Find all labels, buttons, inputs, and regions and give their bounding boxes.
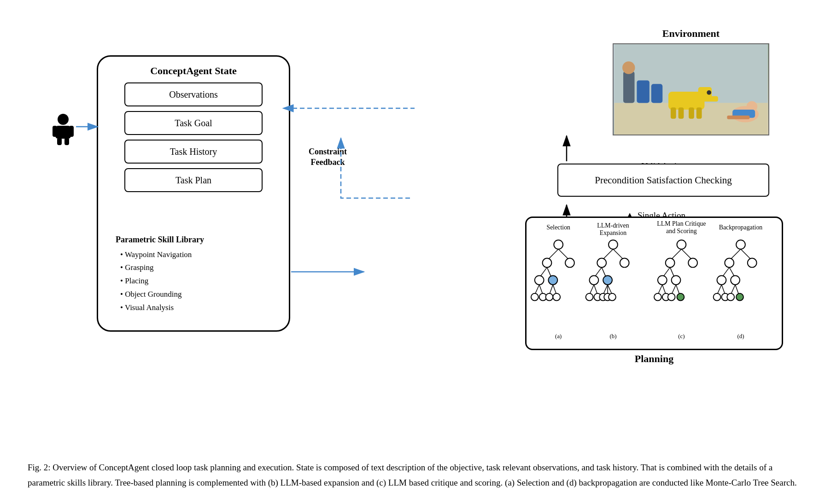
svg-point-91: [748, 258, 757, 268]
svg-point-52: [597, 258, 606, 268]
task-history-label: Task History: [170, 147, 217, 157]
svg-point-85: [677, 293, 684, 301]
svg-point-0: [58, 114, 69, 125]
svg-rect-19: [637, 80, 649, 103]
svg-text:(b): (b): [609, 333, 616, 340]
svg-point-38: [535, 275, 544, 285]
svg-rect-15: [689, 107, 694, 119]
concept-agent-title: ConceptAgent State: [98, 65, 289, 77]
task-goal-box: Task Goal: [124, 111, 263, 135]
caption: Fig. 2: Overview of ConceptAgent closed …: [28, 460, 803, 490]
svg-rect-23: [727, 116, 749, 119]
task-goal-label: Task Goal: [175, 118, 212, 129]
svg-rect-5: [64, 138, 69, 145]
svg-text:(c): (c): [678, 333, 685, 340]
skill-library-box: Parametric Skill Library • Waypoint Navi…: [107, 229, 278, 321]
main-container: ConceptAgent State Observations Task Goa…: [0, 0, 831, 504]
svg-point-47: [553, 293, 560, 301]
svg-point-22: [622, 61, 635, 74]
svg-point-102: [727, 293, 734, 301]
svg-rect-1: [55, 126, 71, 139]
svg-point-87: [736, 240, 745, 249]
svg-point-77: [672, 275, 681, 285]
svg-point-69: [677, 240, 686, 249]
svg-point-95: [731, 275, 740, 285]
constraint-feedback-label: ConstraintFeedback: [309, 147, 347, 168]
svg-text:(d): (d): [737, 333, 744, 340]
task-history-box: Task History: [124, 140, 263, 164]
caption-text: Fig. 2: Overview of ConceptAgent closed …: [28, 460, 803, 490]
precondition-box: Precondition Satisfaction Checking: [557, 164, 769, 197]
svg-rect-24: [702, 96, 718, 102]
svg-point-18: [707, 90, 711, 95]
svg-point-80: [654, 293, 661, 301]
diagram-area: ConceptAgent State Observations Task Goa…: [23, 28, 806, 373]
planning-trees-svg: Selection LLM-driven Expansion LLM Plan …: [527, 218, 782, 349]
svg-point-98: [714, 293, 721, 301]
svg-point-73: [688, 258, 697, 268]
svg-point-103: [736, 293, 743, 301]
svg-point-84: [668, 293, 675, 301]
observations-label: Observations: [169, 89, 218, 100]
svg-text:(a): (a): [555, 333, 562, 340]
svg-point-60: [586, 293, 593, 301]
skill-visual-analysis: • Visual Analysis: [120, 301, 269, 315]
svg-text:Expansion: Expansion: [600, 229, 627, 236]
concept-agent-box: ConceptAgent State Observations Task Goa…: [97, 55, 290, 332]
svg-point-67: [609, 293, 616, 301]
planning-box: Selection LLM-driven Expansion LLM Plan …: [525, 217, 783, 350]
svg-text:Selection: Selection: [546, 224, 570, 231]
environment-section: Environment: [613, 28, 769, 135]
state-items-list: Observations Task Goal Task History Task…: [98, 82, 289, 192]
task-plan-label: Task Plan: [176, 175, 211, 186]
planning-label: Planning: [527, 353, 782, 365]
svg-rect-21: [623, 71, 635, 103]
svg-rect-4: [57, 138, 62, 145]
svg-rect-16: [696, 107, 702, 119]
svg-point-57: [603, 275, 612, 285]
svg-rect-13: [671, 107, 676, 119]
svg-point-49: [609, 240, 618, 249]
svg-point-39: [548, 275, 557, 285]
svg-point-35: [565, 258, 574, 268]
svg-rect-14: [679, 107, 684, 119]
svg-text:LLM-driven: LLM-driven: [597, 222, 629, 229]
svg-point-53: [620, 258, 629, 268]
svg-point-34: [543, 258, 552, 268]
svg-rect-2: [53, 126, 57, 137]
svg-point-76: [658, 275, 667, 285]
svg-rect-3: [69, 126, 74, 137]
svg-text:and Scoring: and Scoring: [666, 228, 697, 234]
svg-rect-20: [651, 84, 663, 103]
svg-point-72: [666, 258, 675, 268]
robot-scene-svg: [614, 44, 768, 135]
svg-point-42: [531, 293, 538, 301]
skill-waypoint: • Waypoint Navigation: [120, 248, 269, 262]
svg-point-56: [590, 275, 599, 285]
task-plan-box: Task Plan: [124, 168, 263, 192]
svg-point-31: [554, 240, 563, 249]
svg-point-94: [717, 275, 726, 285]
svg-text:Backpropagation: Backpropagation: [719, 224, 763, 231]
skill-items: • Waypoint Navigation • Grasping • Placi…: [116, 248, 269, 315]
observations-box: Observations: [124, 82, 263, 106]
skill-grasping: • Grasping: [120, 261, 269, 275]
human-icon: [51, 113, 76, 147]
skill-object-grounding: • Object Grounding: [120, 288, 269, 301]
svg-text:LLM Plan Critique: LLM Plan Critique: [657, 220, 706, 227]
skill-library-title: Parametric Skill Library: [116, 235, 269, 245]
env-image: [613, 43, 769, 135]
precondition-label: Precondition Satisfaction Checking: [595, 175, 732, 186]
svg-point-90: [725, 258, 734, 268]
environment-label: Environment: [613, 28, 769, 40]
skill-placing: • Placing: [120, 275, 269, 288]
svg-point-46: [546, 293, 553, 301]
